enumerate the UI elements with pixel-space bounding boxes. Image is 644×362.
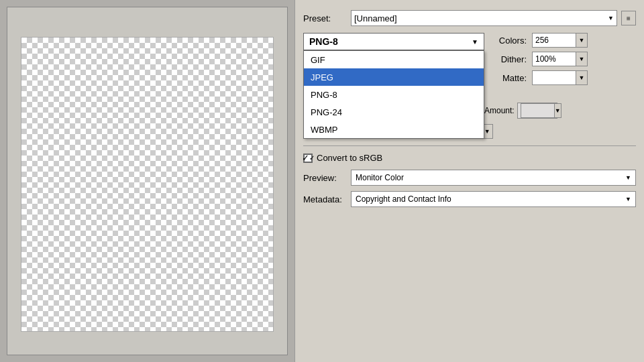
colors-row: Colors: 256 ▼ (490, 33, 588, 48)
menu-lines-icon: ≡ (627, 15, 631, 22)
metadata-arrow-icon: ▼ (625, 196, 631, 202)
main-container: Preset: [Unnamed] ▼ ≡ PNG-8 ▼ GIF (0, 0, 644, 362)
srgb-checkbox[interactable]: ✓ (303, 154, 313, 163)
dither-dropdown-icon: ▼ (579, 56, 585, 62)
format-option-wbmp[interactable]: WBMP (304, 121, 484, 138)
canvas-panel (0, 0, 295, 362)
preview-row: Preview: Monitor Color ▼ (303, 170, 636, 186)
preset-arrow-icon: ▼ (608, 15, 614, 21)
format-option-png24[interactable]: PNG-24 (304, 103, 484, 121)
format-value: PNG-8 (309, 36, 338, 47)
preset-row: Preset: [Unnamed] ▼ ≡ (303, 10, 636, 26)
preset-value: [Unnamed] (354, 13, 397, 23)
settings-panel: Preset: [Unnamed] ▼ ≡ PNG-8 ▼ GIF (295, 0, 644, 362)
websnap-dropdown-icon: ▼ (484, 128, 490, 135)
dither-label: Dither: (490, 54, 527, 64)
preset-select[interactable]: [Unnamed] ▼ (351, 10, 617, 26)
amount-dropdown-icon: ▼ (555, 107, 561, 114)
dither-row: Dither: 100% ▼ (490, 52, 588, 66)
dither-value: 100% (535, 54, 556, 64)
format-option-jpeg[interactable]: JPEG (304, 68, 484, 86)
srgb-label: Convert to sRGB (317, 153, 382, 163)
dither-select-wrapper: 100% ▼ (532, 52, 588, 66)
canvas-outer (7, 7, 288, 355)
colors-select-wrapper: 256 ▼ (532, 33, 588, 48)
preset-menu-button[interactable]: ≡ (621, 11, 636, 25)
divider (303, 145, 636, 146)
preview-arrow-icon: ▼ (625, 174, 631, 181)
srgb-row: ✓ Convert to sRGB (303, 153, 636, 163)
metadata-select[interactable]: Copyright and Contact Info ▼ (351, 191, 636, 207)
colors-arrow-button[interactable]: ▼ (576, 33, 588, 48)
colors-label: Colors: (490, 36, 527, 46)
canvas-preview (21, 37, 274, 332)
matte-select[interactable] (532, 70, 576, 85)
srgb-checkmark-icon: ✓ (302, 153, 309, 163)
metadata-label: Metadata: (303, 194, 347, 204)
format-row: PNG-8 ▼ GIF JPEG PNG-8 PNG-24 (303, 33, 484, 50)
preset-label: Preset: (303, 13, 347, 23)
colors-value: 256 (535, 36, 549, 45)
metadata-value: Copyright and Contact Info (356, 194, 451, 204)
preview-label: Preview: (303, 173, 347, 183)
amount-arrow-button[interactable]: ▼ (554, 103, 561, 118)
format-select[interactable]: PNG-8 ▼ (303, 33, 484, 50)
metadata-row: Metadata: Copyright and Contact Info ▼ (303, 191, 636, 207)
format-option-png8[interactable]: PNG-8 (304, 86, 484, 103)
format-and-props: PNG-8 ▼ GIF JPEG PNG-8 PNG-24 (303, 33, 636, 85)
colors-dropdown-icon: ▼ (579, 37, 585, 44)
format-arrow-icon: ▼ (472, 38, 478, 46)
matte-label: Matte: (490, 73, 527, 83)
amount-input[interactable] (521, 103, 554, 118)
dither-select[interactable]: 100% (532, 52, 576, 66)
format-dropdown-menu: GIF JPEG PNG-8 PNG-24 WBMP (303, 50, 484, 139)
matte-row: Matte: ▼ (490, 70, 588, 85)
amount-label: Amount: (484, 106, 515, 115)
preview-select[interactable]: Monitor Color ▼ (351, 170, 636, 186)
matte-select-wrapper: ▼ (532, 70, 588, 85)
colors-select[interactable]: 256 (532, 33, 576, 48)
right-props: Colors: 256 ▼ Dither: (490, 33, 588, 85)
matte-dropdown-icon: ▼ (579, 74, 585, 81)
format-option-gif[interactable]: GIF (304, 51, 484, 68)
preview-value: Monitor Color (356, 173, 404, 182)
matte-arrow-button[interactable]: ▼ (576, 70, 588, 85)
dither-arrow-button[interactable]: ▼ (576, 52, 588, 66)
amount-input-wrapper: ▼ (517, 103, 557, 119)
